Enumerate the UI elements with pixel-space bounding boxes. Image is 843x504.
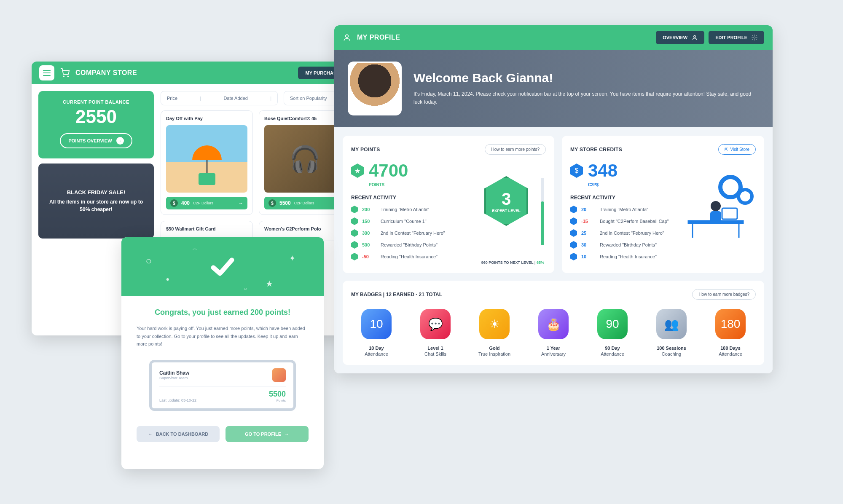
go-to-profile-button[interactable]: GO TO PROFILE → [226,426,309,442]
welcome-subtitle: It's Friday, March 11, 2024. Please chec… [413,90,759,106]
badge-icon: 180 [715,309,746,339]
user-points-value: 5500 [269,390,286,399]
svg-point-0 [63,76,64,77]
badge-icon: 90 [597,309,628,339]
hex-icon [351,253,358,260]
user-role: Supervisor Team [159,376,268,380]
congrats-text: Your hard work is paying off. You just e… [137,324,309,348]
badges-panel: MY BADGES | 12 EARNED - 21 TOTAL How to … [343,281,764,365]
dollar-icon: $ [170,199,178,207]
welcome-banner: Welcome Back Gianna! It's Friday, March … [334,50,773,127]
balance-card: CURRENT POINT BALANCE 2550 POINTS OVERVI… [38,91,154,158]
filter-row: Price | Date Added | Sort on Popularity … [161,91,351,105]
profile-window: MY PROFILE OVERVIEW EDIT PROFILE Welcome… [334,25,773,373]
user-icon [692,35,698,40]
hex-icon [570,253,577,260]
product-image [166,125,247,193]
hex-icon [570,229,577,237]
cart-icon [60,68,70,78]
points-overview-button[interactable]: POINTS OVERVIEW → [60,133,132,148]
badge-item[interactable]: 180 180 Days Attendance [705,309,756,357]
arrow-left-icon: ← [148,432,153,437]
hex-icon [570,241,577,249]
product-card[interactable]: Day Off with Pay $ 400 C2P Dollars → [161,110,253,215]
store-icon: ⇱ [725,147,728,152]
credits-title: MY STORE CREDITS [570,147,622,153]
badge-item[interactable]: 🎂 1 Year Anniversary [528,309,579,357]
arrow-right-icon: → [285,432,289,437]
svg-point-3 [694,35,696,38]
hamburger-icon [43,70,51,76]
points-value: 4700 [369,161,408,181]
hex-icon [570,206,577,213]
arrow-right-icon: → [116,137,124,145]
profile-header: MY PROFILE OVERVIEW EDIT PROFILE [334,25,773,50]
dollar-icon: $ [268,199,276,207]
promo-card[interactable]: BLACK FRIDAY SALE! All the items in our … [38,164,154,239]
activity-item: -50 Reading "Health Insurance" [351,253,546,260]
badges-title: MY BADGES | 12 EARNED - 21 TOTAL [351,292,442,298]
overview-button[interactable]: OVERVIEW [656,31,704,44]
my-points-panel: MY POINTS How to earn more points? ★ 470… [343,136,554,273]
hex-icon [570,217,577,225]
user-icon [343,33,351,42]
edit-profile-button[interactable]: EDIT PROFILE [709,31,764,44]
menu-button[interactable] [39,65,54,80]
user-card: Caitlin Shaw Supervisor Team Last update… [149,360,296,411]
badge-item[interactable]: ☀ Gold True Inspiration [469,309,520,357]
product-image [264,125,346,193]
svg-point-10 [711,201,721,211]
user-points-label: Points [269,399,286,402]
profile-title: MY PROFILE [357,34,400,41]
badge-icon: 💬 [420,309,451,339]
progress-text: 960 POINTS TO NEXT LEVEL | 65% [468,260,544,265]
credits-value: 348 [588,161,617,181]
activity-item: 10 Reading "Health Insurance" [570,253,756,260]
points-title: MY POINTS [351,147,380,153]
badge-item[interactable]: 10 10 Day Attendance [351,309,402,357]
svg-point-2 [346,35,349,38]
level-progress-bar [541,178,544,245]
hex-icon [351,206,358,213]
badge-icon: ☀ [479,309,510,339]
product-price-button[interactable]: $ 400 C2P Dollars → [166,197,247,209]
badge-icon: 👥 [656,309,687,339]
back-to-dashboard-button[interactable]: ← BACK TO DASHBOARD [137,426,220,442]
balance-value: 2550 [45,106,147,127]
filter-price-date[interactable]: Price | Date Added | [161,91,278,105]
balance-label: CURRENT POINT BALANCE [45,99,147,105]
arrow-right-icon: → [238,200,243,206]
hex-icon [351,241,358,249]
product-price-button[interactable]: $ 5500 C2P Dollars → [264,197,346,209]
earn-points-link[interactable]: How to earn more points? [485,144,546,155]
store-title: COMPANY STORE [75,69,137,77]
user-name: Caitlin Shaw [159,370,268,376]
svg-point-1 [67,76,68,77]
gears-illustration [676,166,756,246]
promo-title: BLACK FRIDAY SALE! [47,189,145,196]
last-update: Last update: 03-10-22 [159,398,196,402]
profile-avatar [348,62,402,115]
earn-badges-link[interactable]: How to earn more badges? [692,289,756,300]
badge-icon: 🎂 [538,309,569,339]
congrats-title: Congrats, you just earned 200 points! [137,308,309,317]
store-body: CURRENT POINT BALANCE 2550 POINTS OVERVI… [32,84,358,248]
store-header: COMPANY STORE MY PURCHASES [32,62,358,84]
hex-icon [351,229,358,237]
congrats-header: ○ ● ✦ ★ ⌒ ○ [121,237,324,296]
hex-icon [351,217,358,225]
dollar-hex-icon: $ [570,164,583,178]
badge-item[interactable]: 90 90 Day Attendance [587,309,638,357]
welcome-title: Welcome Back Gianna! [413,71,759,85]
star-hex-icon: ★ [351,164,364,178]
user-avatar [272,368,286,382]
activity-item: 500 Rewarded "Birthday Points" [351,241,546,249]
badge-icon: 10 [361,309,392,339]
svg-point-6 [738,190,752,203]
visit-store-button[interactable]: ⇱ Visit Store [718,144,756,155]
activity-item: 300 2nd in Contest "February Hero" [351,229,546,237]
svg-rect-11 [710,211,721,223]
promo-subtitle: All the items in our store are now up to… [47,198,145,213]
badge-item[interactable]: 💬 Level 1 Chat Skills [410,309,461,357]
badge-item[interactable]: 👥 100 Sessions Coaching [646,309,697,357]
